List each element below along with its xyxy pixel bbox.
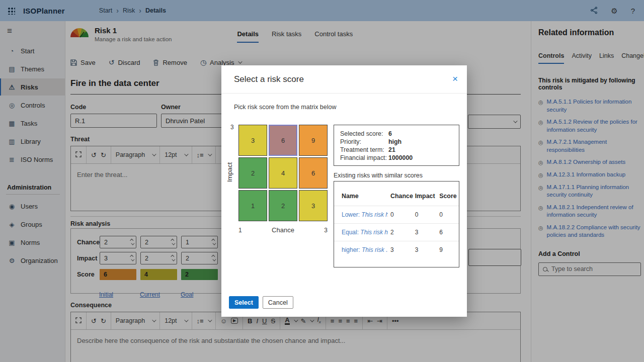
matrix-cell-3-2[interactable]: 6 [299, 157, 328, 189]
financial-impact-label: Financial impact: [340, 154, 388, 162]
impact-value: 0 [415, 211, 440, 218]
chance-value: 2 [390, 229, 415, 236]
financial-impact-value: 1000000 [388, 154, 413, 162]
matrix-cell-1-3[interactable]: 3 [238, 125, 267, 156]
table-row: Equal: This risk h... 2 3 6 [334, 223, 459, 241]
chance-value: 3 [390, 246, 415, 253]
screen: ISOPlanner Start › Risk › Details ⚙ ? ≡ … [0, 0, 644, 362]
matrix-x-axis-label: Chance [272, 226, 294, 234]
score-value: 9 [439, 246, 459, 253]
risk-name-rest: This risk h... [361, 211, 388, 218]
table-row: Lower: This risk h... 0 0 0 [334, 206, 459, 223]
dialog-instruction: Pick risk score from the matrix below [234, 104, 337, 111]
priority-value: high [388, 138, 401, 146]
score-value: 0 [439, 211, 459, 218]
col-score: Score [439, 193, 459, 200]
matrix-cell-1-2[interactable]: 2 [238, 157, 267, 189]
dialog-title: Select a risk score [234, 74, 304, 84]
risk-name-rest: This risk ... [362, 246, 388, 253]
priority-label: Priority: [340, 138, 388, 146]
matrix-x-min-label: 1 [238, 227, 242, 234]
select-risk-score-dialog: Select a risk score × Pick risk score fr… [221, 65, 467, 317]
impact-value: 3 [415, 246, 440, 253]
matrix-cell-2-1[interactable]: 2 [269, 190, 297, 221]
table-row: higher: This risk ... 3 3 9 [334, 241, 459, 258]
similar-risk-link[interactable]: Equal: This risk h... [342, 229, 388, 236]
matrix-cell-3-3[interactable]: 9 [299, 125, 328, 156]
col-name: Name [342, 193, 390, 200]
matrix-y-axis-label: Impact [226, 157, 233, 188]
chance-value: 0 [390, 211, 415, 218]
treatment-term-label: Treatment term: [340, 146, 388, 154]
matrix-y-max-label: 3 [230, 124, 234, 131]
divider [221, 93, 467, 94]
risk-name-prefix: Lower: [342, 211, 361, 218]
similar-risks-title: Existing risks with similar scores [334, 172, 423, 179]
select-button[interactable]: Select [229, 296, 259, 309]
selected-score-label: Selected score: [340, 130, 388, 138]
similar-risk-link[interactable]: Lower: This risk h... [342, 211, 388, 218]
close-icon[interactable]: × [452, 74, 458, 83]
matrix-x-axis: 1 Chance 3 [238, 226, 328, 234]
matrix-cell-2-3-selected[interactable]: 6 [269, 125, 297, 156]
dialog-actions: Select Cancel [229, 296, 293, 309]
col-impact: Impact [415, 193, 440, 200]
risk-name-rest: This risk h... [360, 229, 388, 236]
col-chance: Chance [390, 193, 415, 200]
similar-risks-table: Name Chance Impact Score Lower: This ris… [334, 181, 459, 267]
matrix-cell-2-2[interactable]: 4 [269, 157, 297, 189]
matrix-cell-1-1[interactable]: 1 [238, 190, 267, 221]
cancel-button[interactable]: Cancel [263, 296, 293, 309]
matrix-cell-3-1[interactable]: 3 [299, 190, 328, 221]
risk-score-matrix: 3 6 9 2 4 6 1 2 3 [238, 125, 328, 221]
treatment-term-value: 21 [388, 146, 395, 154]
risk-name-prefix: Equal: [342, 229, 360, 236]
selected-score-value: 6 [388, 130, 392, 138]
impact-value: 3 [415, 229, 440, 236]
table-header-row: Name Chance Impact Score [334, 193, 459, 206]
selected-score-summary: Selected score: 6 Priority: high Treatme… [334, 125, 459, 166]
matrix-x-max-label: 3 [324, 227, 328, 234]
similar-risk-link[interactable]: higher: This risk ... [342, 246, 388, 253]
score-value: 6 [439, 229, 459, 236]
risk-name-prefix: higher: [342, 246, 362, 253]
